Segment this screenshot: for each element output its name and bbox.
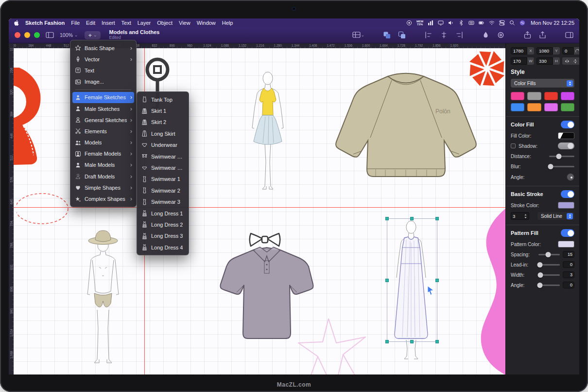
insert-button[interactable]: +⌄ xyxy=(85,31,100,39)
close-window-button[interactable] xyxy=(15,32,20,38)
color-swatch-3[interactable] xyxy=(544,92,558,100)
menu-help[interactable]: Help xyxy=(222,20,233,26)
basic-stroke-toggle[interactable] xyxy=(561,190,574,198)
color-swatch-5[interactable] xyxy=(511,103,524,111)
selection-handle[interactable] xyxy=(385,340,389,343)
menu-item-general-sketches[interactable]: General Sketches› xyxy=(72,114,134,125)
pattern-color-swatch[interactable] xyxy=(558,241,574,248)
menu-item-vector[interactable]: Vector› xyxy=(72,53,134,65)
align-right-icon[interactable] xyxy=(455,31,463,39)
align-left-icon[interactable] xyxy=(425,31,433,39)
fill-color-icon[interactable] xyxy=(482,31,490,39)
menu-item-skirt-2[interactable]: Skirt 2 xyxy=(139,117,187,128)
menu-item-swimwear-top[interactable]: Swimwear Top xyxy=(139,151,187,162)
menu-item-swimwear-bottom[interactable]: Swimwear Bottom xyxy=(139,162,187,173)
line-style-select[interactable]: Solid Line xyxy=(537,212,574,220)
female-sketch-tank-skirt[interactable] xyxy=(241,70,294,194)
fill-color-swatch[interactable] xyxy=(558,132,574,139)
stroke-color-icon[interactable] xyxy=(497,31,505,39)
zoom-window-button[interactable] xyxy=(34,32,40,38)
ribbon-shape[interactable] xyxy=(14,68,44,165)
menu-view[interactable]: View xyxy=(179,20,190,26)
keyboard-input-icon[interactable] xyxy=(468,20,474,26)
angle-knob[interactable] xyxy=(567,173,574,181)
pattern-value-field[interactable]: 0 xyxy=(563,282,574,288)
paste-style-icon[interactable] xyxy=(383,31,391,39)
width-value[interactable]: 170 xyxy=(511,57,527,65)
pattern-slider-angle[interactable] xyxy=(538,285,560,286)
pattern-slider-width[interactable] xyxy=(538,274,560,276)
app-name[interactable]: Sketch Fashion xyxy=(25,20,65,26)
apple-menu-icon[interactable] xyxy=(14,20,19,26)
share-icon[interactable] xyxy=(538,31,547,39)
screen-record-icon[interactable] xyxy=(406,20,412,26)
battery-icon[interactable] xyxy=(479,20,484,26)
x-value[interactable]: 1780 xyxy=(511,47,527,54)
width-field[interactable]: 170W xyxy=(511,57,534,65)
distance-slider[interactable] xyxy=(549,156,574,157)
pinwheel-star-shape[interactable] xyxy=(468,49,505,88)
stats-icon[interactable] xyxy=(428,20,433,26)
shadow-swatch[interactable] xyxy=(558,143,574,149)
male-sketch-figure[interactable] xyxy=(74,229,132,373)
pattern-slider-spacing[interactable] xyxy=(538,254,560,255)
menu-item-long-dress-1[interactable]: Long Dress 1 xyxy=(139,208,187,219)
menu-insert[interactable]: Insert xyxy=(102,20,115,26)
control-center-icon[interactable] xyxy=(499,20,505,26)
selection-handle[interactable] xyxy=(435,217,439,220)
menu-item-long-skirt[interactable]: Long Skirt xyxy=(139,128,187,139)
menu-edit[interactable]: Edit xyxy=(86,20,95,26)
menu-item-long-dress-2[interactable]: Long Dress 2 xyxy=(139,219,187,230)
spotlight-icon[interactable] xyxy=(509,20,515,26)
menu-item-complex-shapes[interactable]: Complex Shapes› xyxy=(72,193,134,204)
document-title[interactable]: Models and Clothes xyxy=(109,30,160,35)
menu-object[interactable]: Object xyxy=(157,20,173,26)
view-options-icon[interactable]: ⌄ xyxy=(352,31,364,39)
menu-item-underwear[interactable]: Underwear xyxy=(139,140,187,151)
selection-handle[interactable] xyxy=(385,279,389,282)
menu-item-simple-shapes[interactable]: Simple Shapes› xyxy=(72,182,134,193)
menu-layer[interactable]: Layer xyxy=(138,20,151,26)
pink-wave-shape[interactable] xyxy=(474,209,505,374)
stroke-width-stepper[interactable]: 3 xyxy=(511,212,529,220)
zoom-control[interactable]: 100%⌄ xyxy=(60,32,78,38)
rotation-field[interactable]: 0 xyxy=(562,47,579,54)
menubar-clock[interactable]: Mon Nov 22 12:25 xyxy=(531,20,574,26)
menu-item-long-dress-3[interactable]: Long Dress 3 xyxy=(139,231,187,242)
export-icon[interactable] xyxy=(523,31,532,39)
pattern-fill-toggle[interactable] xyxy=(561,229,574,237)
pattern-value-field[interactable]: 0 xyxy=(563,261,574,268)
display-icon[interactable] xyxy=(438,20,444,26)
wifi-icon[interactable] xyxy=(489,20,495,26)
menu-item-skirt-1[interactable]: Skirt 1 xyxy=(139,105,187,116)
menu-item-male-models[interactable]: Male Models› xyxy=(72,160,134,171)
memory-indicator[interactable]: MEM72% xyxy=(416,20,423,26)
vertical-ruler[interactable]: 1922563203844485125766407047688328969601… xyxy=(9,48,14,374)
menu-file[interactable]: File xyxy=(71,20,80,26)
menu-text[interactable]: Text xyxy=(121,20,131,26)
y-position-field[interactable]: 1080Y xyxy=(536,47,560,54)
menu-item-female-models[interactable]: Female Models› xyxy=(72,148,134,160)
shadow-checkbox[interactable] xyxy=(511,143,516,148)
menu-item-text[interactable]: Text xyxy=(72,65,134,76)
selection-handle[interactable] xyxy=(410,340,414,343)
menu-item-models[interactable]: Models› xyxy=(72,137,134,148)
menu-item-image[interactable]: Image... xyxy=(72,76,134,88)
rotation-value[interactable]: 0 xyxy=(562,47,574,54)
menu-item-tank-top[interactable]: Tank Top xyxy=(139,94,187,105)
menu-item-elements[interactable]: Elements› xyxy=(72,125,134,137)
dashed-circle-shape[interactable] xyxy=(17,192,74,226)
horizontal-guide[interactable] xyxy=(14,207,505,208)
color-swatch-4[interactable] xyxy=(561,92,574,100)
selection-handle[interactable] xyxy=(435,279,439,282)
selection-handle[interactable] xyxy=(410,217,414,220)
volume-icon[interactable] xyxy=(448,20,454,26)
minimize-window-button[interactable] xyxy=(24,32,30,38)
selection-handle[interactable] xyxy=(435,340,439,343)
inspector-toggle-icon[interactable] xyxy=(565,31,573,39)
sidebar-toggle-icon[interactable] xyxy=(46,31,54,39)
selection-handle[interactable] xyxy=(385,217,389,220)
selection-bounding-box[interactable] xyxy=(387,218,437,342)
menu-window[interactable]: Window xyxy=(197,20,216,26)
color-swatch-2[interactable] xyxy=(527,92,541,100)
